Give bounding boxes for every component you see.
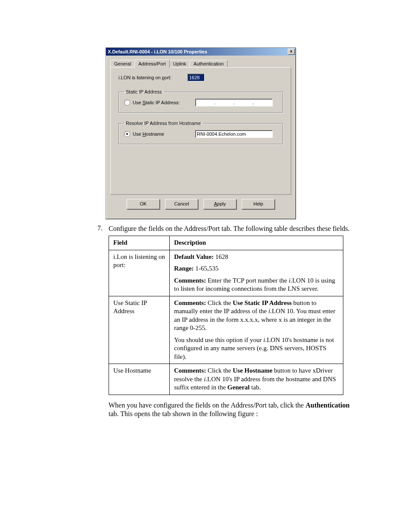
ok-button[interactable]: OK [127,199,160,209]
static-ip-input[interactable]: . . . [195,99,273,106]
field-port: i.Lon is listening on port: [109,250,170,296]
desc-port: Default Value: 1628 Range: 1-65,535 Comm… [170,250,343,296]
tab-panel-address-port: i.LON is listening on port: 1628 Static … [110,67,291,195]
radio-use-hostname[interactable] [124,131,130,137]
window-title: X.Default.RNI-0004 - i.LON 10/100 Proper… [108,48,207,56]
port-row: i.LON is listening on port: 1628 [118,74,283,81]
table-row: Use Static IP Address Comments: Click th… [109,296,343,364]
footer-text: When you have configured the fields on t… [109,401,355,418]
tab-authentication[interactable]: Authentication [190,60,227,68]
step-7-text: Configure the fields on the Address/Port… [109,224,355,233]
group-static-ip: Static IP Address Use Static IP Address:… [118,89,283,113]
step-7: Configure the fields on the Address/Port… [109,224,355,418]
close-icon[interactable]: × [288,49,295,55]
hdr-field: Field [109,236,170,250]
desc-static: Comments: Click the Use Static IP Addres… [170,296,343,364]
desc-hostname: Comments: Click the Use Hostname button … [170,364,343,395]
legend-static-ip: Static IP Address [124,89,164,94]
table-header-row: Field Description [109,236,343,250]
field-table: Field Description i.Lon is listening on … [109,236,343,395]
tab-uplink[interactable]: Uplink [169,60,190,68]
tab-general[interactable]: General [110,60,135,68]
properties-dialog: X.Default.RNI-0004 - i.LON 10/100 Proper… [106,47,296,219]
tab-strip: General Address/Port Uplink Authenticati… [110,59,291,67]
table-row: Use Hostname Comments: Click the Use Hos… [109,364,343,395]
table-row: i.Lon is listening on port: Default Valu… [109,250,343,296]
hostname-option-row: Use Hostname RNI-0004.Echelon.com [124,130,277,138]
titlebar: X.Default.RNI-0004 - i.LON 10/100 Proper… [106,48,296,56]
hostname-input[interactable]: RNI-0004.Echelon.com [195,130,273,138]
port-label: i.LON is listening on port: [118,75,187,80]
group-hostname: Resolve IP Address from Hostname Use Hos… [118,121,283,144]
static-ip-label: Use Static IP Address: [133,100,195,105]
legend-hostname: Resolve IP Address from Hostname [124,121,202,126]
help-button[interactable]: Help [242,199,275,209]
static-option-row: Use Static IP Address: . . . [124,99,277,106]
cancel-button[interactable]: Cancel [165,199,198,209]
radio-static-ip[interactable] [124,100,130,106]
dialog-body: General Address/Port Uplink Authenticati… [106,56,296,219]
hdr-desc: Description [170,236,343,250]
apply-button[interactable]: Apply [203,199,237,209]
field-static: Use Static IP Address [109,296,170,364]
hostname-label: Use Hostname [133,131,195,137]
step-list: Configure the fields on the Address/Port… [99,224,355,418]
dialog-buttons: OK Cancel Apply Help [110,195,291,215]
page: X.Default.RNI-0004 - i.LON 10/100 Proper… [0,0,411,532]
tab-address-port[interactable]: Address/Port [134,59,170,68]
port-input[interactable]: 1628 [187,74,205,81]
field-hostname: Use Hostname [109,364,170,395]
